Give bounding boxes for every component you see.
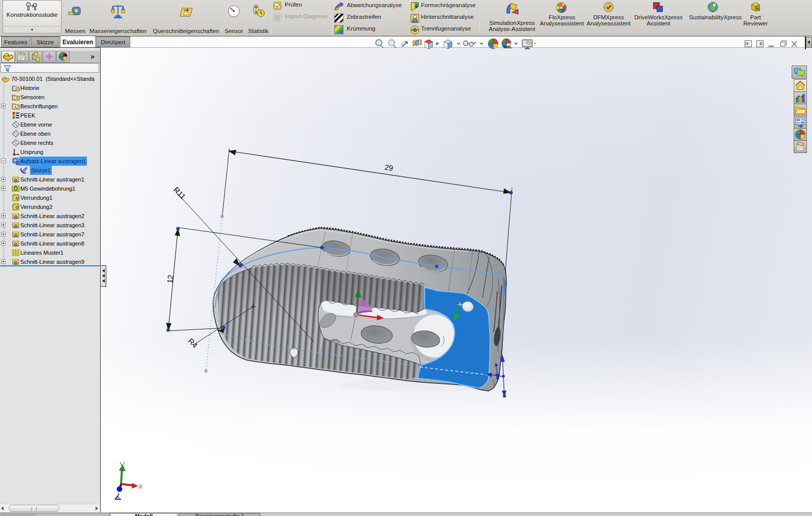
svg-text:X: X — [139, 484, 142, 490]
svg-text:R11: R11 — [172, 185, 187, 201]
svg-text:12: 12 — [165, 275, 175, 284]
svg-text:R4: R4 — [187, 337, 200, 350]
svg-text:29: 29 — [384, 163, 394, 172]
